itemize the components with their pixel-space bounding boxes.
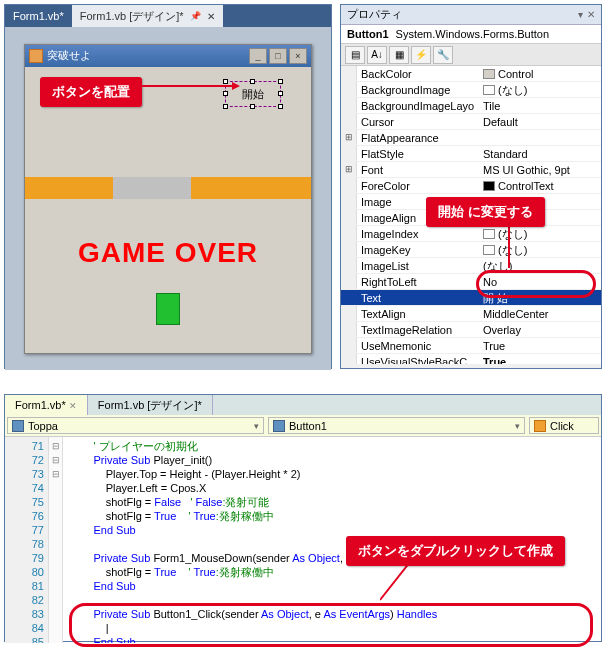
property-value[interactable]: True (479, 338, 601, 353)
expand-icon[interactable] (341, 98, 357, 113)
designer-tab-code[interactable]: Form1.vb* (5, 5, 72, 27)
expand-icon[interactable] (341, 210, 357, 225)
code-line[interactable]: End Sub (69, 523, 601, 537)
expand-icon[interactable] (341, 146, 357, 161)
expand-icon[interactable] (341, 114, 357, 129)
property-row[interactable]: TextImageRelationOverlay (341, 322, 601, 338)
property-value[interactable]: (なし) (479, 226, 601, 241)
fold-toggle[interactable]: ⊟ (49, 439, 62, 453)
resize-handle[interactable] (278, 104, 283, 109)
mock-form-body: 開始 GAME OVER (25, 67, 311, 355)
property-value[interactable]: Standard (479, 146, 601, 161)
property-value[interactable]: Control (479, 66, 601, 81)
code-line[interactable]: shotFlg = False ' False:発射可能 (69, 495, 601, 509)
code-line[interactable]: shotFlg = True ' True:発射稼働中 (69, 565, 601, 579)
property-row[interactable]: ImageKey(なし) (341, 242, 601, 258)
resize-handle[interactable] (250, 79, 255, 84)
property-pages-icon[interactable]: 🔧 (433, 46, 453, 64)
property-row[interactable]: BackgroundImageLayoTile (341, 98, 601, 114)
property-value[interactable]: No (479, 274, 601, 289)
property-row[interactable]: ⊞FlatAppearance (341, 130, 601, 146)
property-value[interactable]: (なし) (479, 258, 601, 273)
code-line[interactable]: shotFlg = True ' True:発射稼働中 (69, 509, 601, 523)
property-row[interactable]: ⊞FontMS UI Gothic, 9pt (341, 162, 601, 178)
property-value[interactable]: Tile (479, 98, 601, 113)
property-row[interactable]: CursorDefault (341, 114, 601, 130)
categorized-icon[interactable]: ▤ (345, 46, 365, 64)
property-row[interactable]: FlatStyleStandard (341, 146, 601, 162)
expand-icon[interactable] (341, 274, 357, 289)
resize-handle[interactable] (223, 91, 228, 96)
property-row[interactable]: Text開 始 (341, 290, 601, 306)
button1-control[interactable]: 開始 (225, 81, 281, 107)
object-combo[interactable]: Button1▾ (268, 417, 525, 434)
expand-icon[interactable] (341, 306, 357, 321)
property-row[interactable]: UseVisualStyleBackCTrue (341, 354, 601, 364)
code-line[interactable]: Player.Left = Cpos.X (69, 481, 601, 495)
property-value[interactable]: (なし) (479, 242, 601, 257)
code-tab-code[interactable]: Form1.vb* ✕ (5, 395, 88, 415)
code-line[interactable]: Private Sub Button1_Click(sender As Obje… (69, 607, 601, 621)
pin-icon[interactable]: 📌 (190, 11, 201, 21)
expand-icon[interactable] (341, 338, 357, 353)
expand-icon[interactable] (341, 322, 357, 337)
resize-handle[interactable] (250, 104, 255, 109)
expand-icon[interactable] (341, 354, 357, 364)
code-line[interactable] (69, 593, 601, 607)
property-row[interactable]: ImageList(なし) (341, 258, 601, 274)
expand-icon[interactable] (341, 178, 357, 193)
object-selector[interactable]: Button1 System.Windows.Forms.Button (341, 25, 601, 44)
fold-gutter[interactable]: ⊟⊟⊟ (49, 437, 63, 643)
property-value[interactable]: Overlay (479, 322, 601, 337)
expand-icon[interactable] (341, 66, 357, 81)
property-value[interactable]: True (479, 354, 601, 364)
property-row[interactable]: BackColorControl (341, 66, 601, 82)
property-row[interactable]: TextAlignMiddleCenter (341, 306, 601, 322)
property-row[interactable]: UseMnemonicTrue (341, 338, 601, 354)
expand-icon[interactable]: ⊞ (341, 162, 357, 177)
code-line[interactable]: Private Sub Player_init() (69, 453, 601, 467)
close-icon[interactable]: ✕ (69, 401, 77, 411)
code-line[interactable]: End Sub (69, 635, 601, 643)
expand-icon[interactable]: ⊞ (341, 130, 357, 145)
expand-icon[interactable] (341, 194, 357, 209)
events-icon[interactable]: ⚡ (411, 46, 431, 64)
minimize-icon: _ (249, 48, 267, 64)
property-value[interactable]: (なし) (479, 82, 601, 97)
resize-handle[interactable] (223, 79, 228, 84)
code-line[interactable]: ' プレイヤーの初期化 (69, 439, 601, 453)
expand-icon[interactable] (341, 82, 357, 97)
expand-icon[interactable] (341, 290, 357, 305)
property-value[interactable]: MiddleCenter (479, 306, 601, 321)
expand-icon[interactable] (341, 242, 357, 257)
code-line[interactable]: End Sub (69, 579, 601, 593)
code-line[interactable]: | (69, 621, 601, 635)
designer-tab-design[interactable]: Form1.vb [デザイン]* 📌 ✕ (72, 5, 223, 27)
expand-icon[interactable] (341, 258, 357, 273)
event-combo[interactable]: Click (529, 417, 599, 434)
property-row[interactable]: ForeColorControlText (341, 178, 601, 194)
code-line[interactable]: Player.Top = Height - (Player.Height * 2… (69, 467, 601, 481)
property-value[interactable]: ControlText (479, 178, 601, 193)
class-combo[interactable]: Toppa▾ (7, 417, 264, 434)
alphabetical-icon[interactable]: A↓ (367, 46, 387, 64)
props-page-icon[interactable]: ▦ (389, 46, 409, 64)
property-name: Text (357, 290, 479, 305)
close-icon[interactable]: ✕ (207, 11, 215, 22)
property-value[interactable]: Default (479, 114, 601, 129)
property-row[interactable]: ImageIndex(なし) (341, 226, 601, 242)
property-row[interactable]: RightToLeftNo (341, 274, 601, 290)
property-value[interactable]: 開 始 (479, 290, 601, 305)
close-icon[interactable]: ✕ (587, 9, 595, 20)
dropdown-icon[interactable]: ▾ (578, 9, 583, 20)
property-value[interactable]: MS UI Gothic, 9pt (479, 162, 601, 177)
fold-toggle[interactable]: ⊟ (49, 467, 62, 481)
fold-toggle[interactable]: ⊟ (49, 453, 62, 467)
property-row[interactable]: BackgroundImage(なし) (341, 82, 601, 98)
resize-handle[interactable] (223, 104, 228, 109)
expand-icon[interactable] (341, 226, 357, 241)
code-tab-design[interactable]: Form1.vb [デザイン]* (88, 395, 213, 415)
resize-handle[interactable] (278, 79, 283, 84)
property-value[interactable] (479, 130, 601, 145)
resize-handle[interactable] (278, 91, 283, 96)
